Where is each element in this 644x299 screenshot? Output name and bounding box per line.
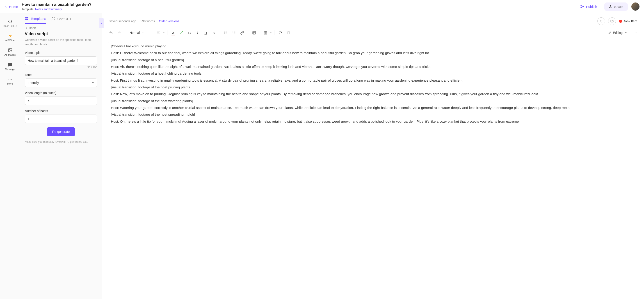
doc-paragraph[interactable]: [Visual transition: footage of a beautif… (111, 57, 635, 63)
tab-label: ChatGPT (57, 17, 72, 21)
bullet-list-icon (224, 31, 228, 35)
doc-paragraph[interactable]: [Cheerful background music playing] (111, 43, 635, 49)
link-button[interactable] (238, 29, 246, 36)
add-folder-button[interactable] (608, 17, 616, 25)
saved-status: Saved seconds ago (108, 20, 136, 23)
doc-paragraph[interactable]: Host: Oh, here's a little tip for you – … (111, 119, 635, 124)
numbered-list-button[interactable]: 123 (230, 29, 238, 36)
more-options-button[interactable] (632, 29, 638, 36)
document-title[interactable]: How to maintain a beautiful garden? (22, 2, 573, 7)
tab-chatgpt[interactable]: ChatGPT (52, 17, 72, 24)
regenerate-button[interactable]: Re-generate (47, 127, 75, 136)
highlight-button[interactable] (178, 29, 185, 36)
chevron-down-icon[interactable] (270, 32, 272, 34)
undo-button[interactable] (107, 29, 114, 36)
doc-paragraph[interactable]: Host: Ah, there's nothing quite like the… (111, 64, 635, 70)
topic-input[interactable] (25, 56, 97, 65)
doc-paragraph[interactable]: Host: Now, let's move on to pruning. Reg… (111, 91, 635, 97)
editor-toolbar: Normal A B I U S 123 (102, 27, 644, 39)
image-insert-button[interactable] (250, 29, 258, 36)
chevron-down-icon[interactable] (163, 32, 165, 34)
svg-point-15 (600, 20, 601, 21)
hosts-label: Number of hosts (25, 109, 97, 113)
user-plus-icon (600, 20, 603, 23)
editor-topbar: Saved seconds ago 599 words Older versio… (102, 13, 644, 27)
link-icon (240, 31, 244, 35)
rail-brief-seo[interactable]: Brief + SEO (0, 17, 20, 30)
rail-label: More (7, 82, 13, 85)
redo-button[interactable] (115, 29, 122, 36)
publish-button[interactable]: Publish (577, 3, 601, 10)
length-input[interactable] (25, 97, 97, 105)
chevron-down-icon[interactable] (258, 32, 261, 34)
hosts-input[interactable] (25, 115, 97, 123)
tab-templates[interactable]: Templates (25, 17, 46, 24)
doc-paragraph[interactable]: Host: Hi there! Welcome back to our chan… (111, 50, 635, 56)
undo-icon (109, 31, 113, 35)
doc-paragraph[interactable]: [Visual transition: footage of the host … (111, 112, 635, 118)
paragraph-style-select[interactable]: Normal (127, 30, 150, 36)
image-icon (8, 48, 12, 53)
svg-point-1 (8, 20, 12, 23)
rail-label: Brief + SEO (4, 25, 16, 27)
rail-ai-writer[interactable]: AI Writer (0, 31, 20, 44)
share-button[interactable]: Share (604, 3, 628, 11)
bolt-icon (8, 34, 12, 38)
text-color-button[interactable]: A (170, 29, 177, 36)
paste-button[interactable] (285, 29, 292, 36)
dots-icon (8, 77, 12, 81)
svg-text:3: 3 (232, 33, 233, 34)
chevron-down-icon (624, 31, 628, 35)
doc-paragraph[interactable]: Host: First things first, investing in q… (111, 78, 635, 83)
sidebar-content: Video script Generate a video script on … (20, 30, 102, 299)
target-icon (8, 19, 12, 24)
clear-format-icon (278, 31, 282, 35)
table-icon (264, 31, 267, 35)
doc-paragraph[interactable]: [Visual transition: footage of a host ho… (111, 71, 635, 77)
template-line: Template: Notes and Summary (22, 8, 573, 11)
editing-mode-select[interactable]: Editing (605, 30, 630, 36)
user-avatar[interactable] (632, 3, 640, 11)
pencil-icon (608, 31, 611, 35)
doc-paragraph[interactable]: [Visual transition: footage of the host … (111, 84, 635, 90)
table-button[interactable] (262, 29, 269, 36)
word-count: 599 words (140, 20, 155, 23)
sidebar-tabs: Templates ChatGPT (20, 13, 102, 24)
add-collaborator-button[interactable] (597, 17, 605, 25)
doc-paragraph[interactable]: [Visual transition: footage of the host … (111, 98, 635, 104)
chat-icon (52, 17, 56, 21)
rail-ai-images[interactable]: AI Images (0, 46, 20, 58)
upload-icon (609, 5, 612, 8)
bold-button[interactable]: B (186, 29, 193, 36)
doc-paragraph[interactable]: Host: Watering your garden correctly is … (111, 105, 635, 111)
back-link[interactable]: Back (20, 24, 102, 30)
strikethrough-button[interactable]: S (210, 29, 218, 36)
underline-button[interactable]: U (202, 29, 209, 36)
template-link[interactable]: Notes and Summary (35, 8, 62, 11)
clear-format-button[interactable] (277, 29, 284, 36)
svg-point-44 (635, 33, 635, 33)
rail-label: AI Writer (5, 39, 15, 42)
rail-label: AI Images (4, 54, 16, 56)
older-versions-link[interactable]: Older versions (159, 20, 179, 23)
numbered-list-icon: 123 (232, 31, 236, 35)
tone-select[interactable] (25, 79, 97, 87)
align-left-icon (156, 31, 160, 35)
highlighter-icon (180, 31, 184, 35)
new-item-button[interactable]: New Item (619, 20, 637, 23)
topic-label: Video topic (25, 51, 97, 55)
italic-button[interactable]: I (194, 29, 201, 36)
home-link[interactable]: Home (4, 5, 18, 9)
bullet-list-button[interactable] (222, 29, 230, 36)
home-label: Home (9, 5, 18, 9)
underline-icon: U (204, 31, 207, 35)
chevron-left-icon (25, 27, 28, 29)
collapse-sidebar-handle[interactable] (99, 18, 104, 28)
message-icon (8, 63, 12, 67)
template-prefix: Template: (22, 8, 35, 11)
align-button[interactable] (154, 29, 162, 36)
rail-message[interactable]: Message (0, 60, 20, 73)
document-body[interactable]: [Cheerful background music playing] Host… (102, 39, 644, 299)
rail-more[interactable]: More (0, 75, 20, 87)
strikethrough-icon: S (213, 31, 215, 35)
